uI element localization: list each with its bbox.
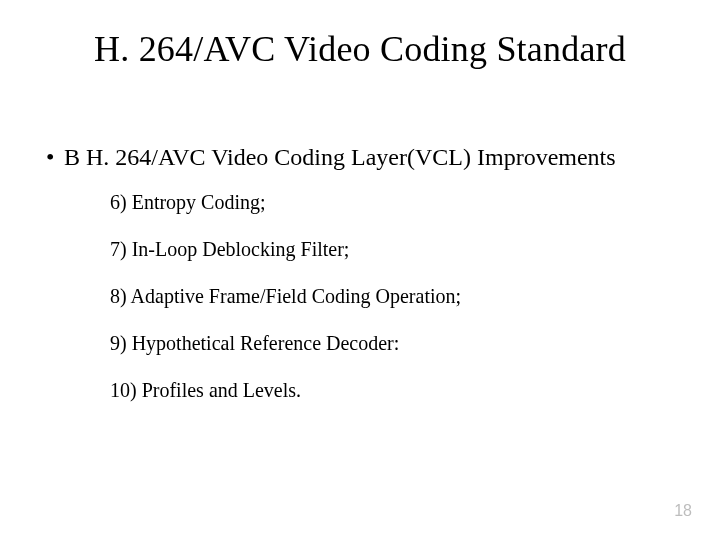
bullet-marker: • [46, 142, 64, 172]
list-item: 9) Hypothetical Reference Decoder: [110, 331, 660, 356]
list-item: 8) Adaptive Frame/Field Coding Operation… [110, 284, 660, 309]
bullet-row: •B H. 264/AVC Video Coding Layer(VCL) Im… [46, 142, 680, 172]
page-number: 18 [674, 502, 692, 520]
slide-title: H. 264/AVC Video Coding Standard [0, 28, 720, 70]
list-item: 6) Entropy Coding; [110, 190, 660, 215]
list-item: 7) In-Loop Deblocking Filter; [110, 237, 660, 262]
bullet-text: B H. 264/AVC Video Coding Layer(VCL) Imp… [64, 144, 616, 170]
slide: H. 264/AVC Video Coding Standard •B H. 2… [0, 0, 720, 540]
list-item: 10) Profiles and Levels. [110, 378, 660, 403]
item-list: 6) Entropy Coding; 7) In-Loop Deblocking… [110, 190, 660, 425]
